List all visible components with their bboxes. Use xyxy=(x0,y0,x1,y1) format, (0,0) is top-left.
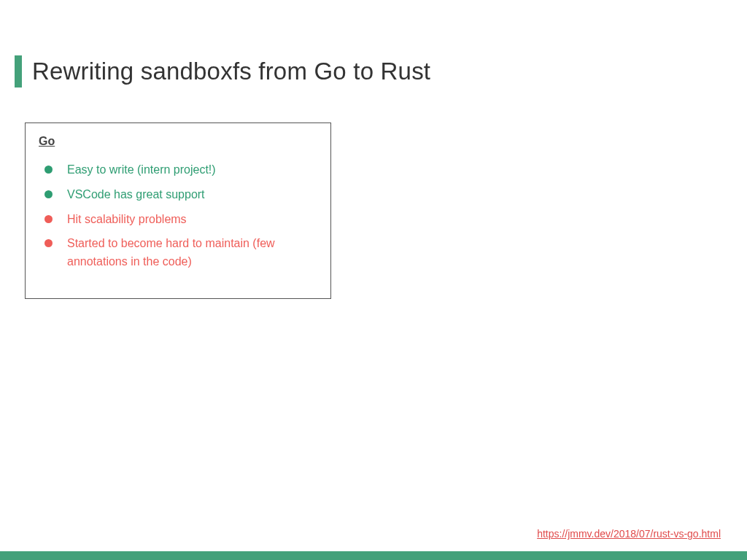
footer-link[interactable]: https://jmmv.dev/2018/07/rust-vs-go.html xyxy=(537,528,721,540)
bullet-dot-icon xyxy=(44,190,53,198)
list-item: VSCode has great support xyxy=(39,186,317,204)
bullet-dot-icon xyxy=(44,215,53,223)
accent-bar-icon xyxy=(15,55,22,88)
go-card: Go Easy to write (intern project!) VSCod… xyxy=(25,122,331,299)
bullet-text: Started to become hard to maintain (few … xyxy=(67,235,317,271)
bullet-text: Easy to write (intern project!) xyxy=(67,161,216,179)
bullet-text: VSCode has great support xyxy=(67,186,205,204)
bullet-text: Hit scalability problems xyxy=(67,211,187,229)
list-item: Started to become hard to maintain (few … xyxy=(39,235,317,271)
title-row: Rewriting sandboxfs from Go to Rust xyxy=(15,55,718,88)
slide-title: Rewriting sandboxfs from Go to Rust xyxy=(32,58,430,85)
bottom-bar-icon xyxy=(0,551,747,560)
list-item: Easy to write (intern project!) xyxy=(39,161,317,179)
bullet-list: Easy to write (intern project!) VSCode h… xyxy=(39,161,317,271)
card-header: Go xyxy=(39,135,317,148)
slide: Rewriting sandboxfs from Go to Rust Go E… xyxy=(0,0,747,560)
list-item: Hit scalability problems xyxy=(39,211,317,229)
bullet-dot-icon xyxy=(44,166,53,174)
bullet-dot-icon xyxy=(44,239,53,247)
